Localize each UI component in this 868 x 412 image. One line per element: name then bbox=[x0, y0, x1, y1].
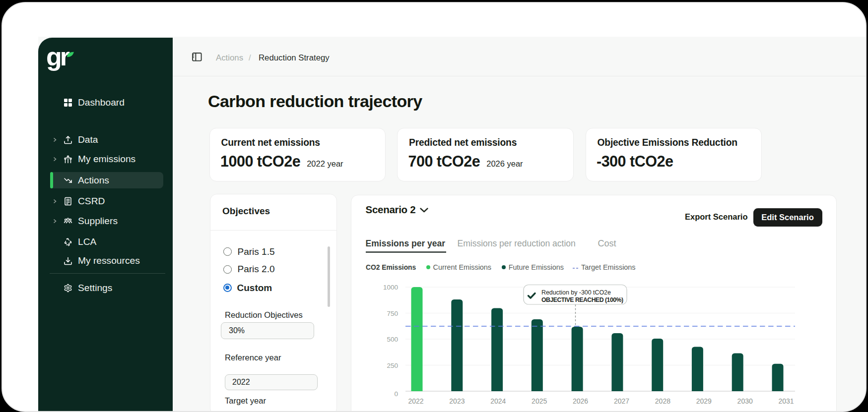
svg-text:2031: 2031 bbox=[779, 397, 794, 405]
svg-text:Reduction by -300 tCO2e: Reduction by -300 tCO2e bbox=[541, 289, 611, 296]
svg-text:750: 750 bbox=[387, 309, 399, 317]
svg-text:500: 500 bbox=[387, 336, 399, 343]
svg-text:250: 250 bbox=[387, 361, 399, 369]
svg-text:2028: 2028 bbox=[655, 397, 670, 405]
svg-text:2027: 2027 bbox=[614, 397, 629, 405]
svg-text:2025: 2025 bbox=[532, 397, 547, 405]
svg-text:2022: 2022 bbox=[408, 397, 424, 405]
svg-text:OBJECTIVE REACHED (100%): OBJECTIVE REACHED (100%) bbox=[541, 296, 623, 303]
svg-text:2030: 2030 bbox=[737, 397, 753, 405]
svg-text:2026: 2026 bbox=[573, 397, 588, 405]
svg-text:2024: 2024 bbox=[491, 397, 506, 405]
svg-text:1000: 1000 bbox=[383, 284, 398, 291]
svg-text:0: 0 bbox=[395, 390, 399, 398]
svg-text:2023: 2023 bbox=[450, 397, 465, 405]
svg-text:2029: 2029 bbox=[696, 397, 712, 405]
